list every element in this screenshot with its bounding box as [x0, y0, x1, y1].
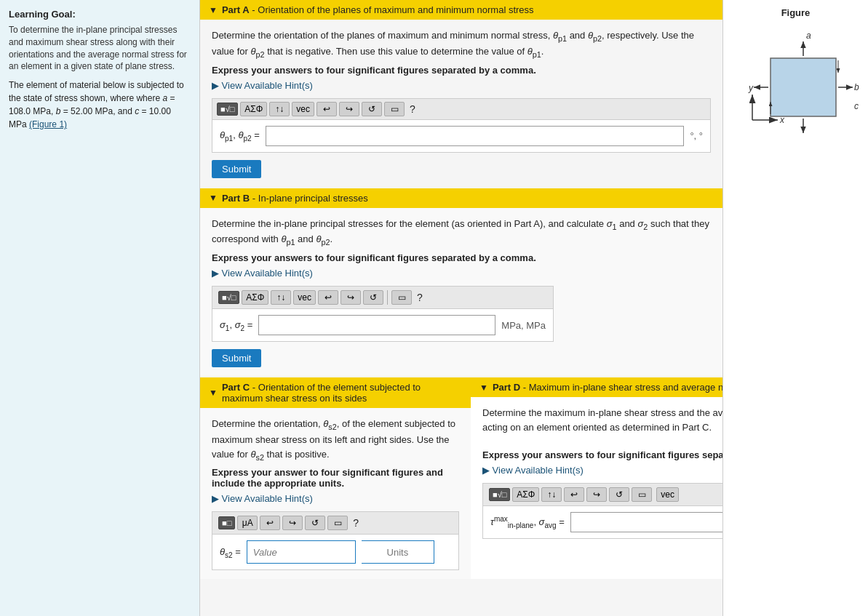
sidebar: Learning Goal: To determine the in-plane… — [0, 0, 200, 616]
toolbar-d-sigma[interactable]: ΑΣΦ — [512, 487, 539, 502]
toolbar-b-kbd[interactable]: ▭ — [391, 290, 412, 305]
part-a-header[interactable]: ▼ Part A - Orientation of the planes of … — [200, 0, 722, 20]
main-content: ▼ Part A - Orientation of the planes of … — [200, 0, 722, 616]
part-c-arrow: ▼ — [209, 388, 218, 398]
svg-rect-4 — [771, 58, 836, 116]
toolbar-a-sigma[interactable]: ΑΣΦ — [240, 102, 267, 116]
part-c-body: Determine the orientation, θs2, of the e… — [200, 408, 471, 579]
toolbar-b-sep — [387, 290, 388, 305]
part-d-hint[interactable]: ▶ View Available Hint(s) — [482, 465, 722, 476]
figure-title: Figure — [730, 7, 861, 18]
toolbar-b-arrows[interactable]: ↑↓ — [271, 290, 291, 305]
part-d-arrow: ▼ — [479, 383, 488, 393]
toolbar-d-reset[interactable]: ↺ — [609, 487, 629, 502]
part-a-input-area: θp1, θp2 = °, ° — [212, 119, 711, 153]
toolbar-c-mu[interactable]: μΑ — [237, 516, 258, 530]
part-a-submit[interactable]: Submit — [212, 160, 261, 178]
figure-link[interactable]: (Figure 1) — [29, 119, 67, 129]
toolbar-a-redo[interactable]: ↪ — [339, 102, 359, 116]
svg-text:b: b — [854, 82, 859, 92]
part-d-answer-input[interactable] — [570, 512, 722, 532]
part-b-header[interactable]: ▼ Part B - In-plane principal stresses — [200, 188, 722, 208]
toolbar-d-vec[interactable]: vec — [656, 487, 679, 502]
toolbar-b-sqrt[interactable]: ■√□ — [218, 291, 239, 304]
part-b-body: Determine the in-plane principal stresse… — [200, 208, 722, 377]
figure-panel: Figure x y b a — [722, 0, 868, 616]
toolbar-b-help[interactable]: ? — [417, 292, 423, 303]
toolbar-b-vec[interactable]: vec — [293, 290, 316, 305]
part-b-input-area: σ1, σ2 = MPa, MPa — [212, 308, 554, 342]
part-d-header-text: Part D - Maximum in-plane shear stress a… — [493, 382, 722, 393]
toolbar-a-arrows[interactable]: ↑↓ — [269, 102, 290, 116]
part-d-express: Express your answers to four significant… — [482, 449, 722, 460]
part-b-express: Express your answers to four significant… — [212, 252, 711, 263]
part-d-header[interactable]: ▼ Part D - Maximum in-plane shear stress… — [471, 377, 722, 397]
toolbar-d-redo[interactable]: ↪ — [586, 487, 607, 502]
part-b-input-label: σ1, σ2 = — [220, 319, 252, 332]
toolbar-d-sqrt[interactable]: ■√□ — [489, 488, 510, 501]
part-d-toolbar: ■√□ ΑΣΦ ↑↓ ↩ ↪ ↺ ▭ vec ? — [482, 483, 722, 505]
part-d-description: Determine the maximum in-plane shear str… — [482, 406, 722, 434]
part-c-input-label: θs2 = — [220, 546, 241, 559]
part-c-header-text: Part C - Orientation of the element subj… — [222, 382, 462, 404]
part-a-header-text: Part A - Orientation of the planes of ma… — [222, 4, 534, 15]
toolbar-b-reset[interactable]: ↺ — [363, 290, 383, 305]
part-a-toolbar: ■√□ ΑΣΦ ↑↓ vec ↩ ↪ ↺ ▭ ? — [212, 98, 711, 119]
toolbar-d-kbd[interactable]: ▭ — [632, 487, 652, 502]
part-c-value-input[interactable] — [247, 540, 356, 564]
given-values: The element of material below is subject… — [9, 79, 191, 131]
part-a-suffix: °, ° — [690, 130, 703, 141]
toolbar-a-vec[interactable]: vec — [292, 102, 314, 116]
part-a-answer-input[interactable] — [266, 126, 685, 146]
learning-goal-text: To determine the in-plane principal stre… — [9, 24, 191, 73]
toolbar-c-icon[interactable]: ■□ — [218, 516, 235, 529]
part-a-hint[interactable]: ▶ View Available Hint(s) — [212, 80, 711, 91]
part-c-header[interactable]: ▼ Part C - Orientation of the element su… — [200, 377, 471, 408]
part-a-body: Determine the orientation of the planes … — [200, 20, 722, 187]
part-b-description: Determine the in-plane principal stresse… — [212, 217, 711, 249]
part-c-description: Determine the orientation, θs2, of the e… — [212, 417, 459, 463]
parts-cd-row: ▼ Part C - Orientation of the element su… — [200, 377, 722, 579]
toolbar-b-sigma[interactable]: ΑΣΦ — [242, 290, 268, 305]
part-c-hint[interactable]: ▶ View Available Hint(s) — [212, 493, 459, 504]
part-b-submit[interactable]: Submit — [212, 349, 261, 367]
part-c-toolbar: ■□ μΑ ↩ ↪ ↺ ▭ ? — [212, 511, 459, 534]
toolbar-c-undo[interactable]: ↩ — [260, 516, 280, 530]
toolbar-a-reset[interactable]: ↺ — [362, 102, 382, 116]
toolbar-d-undo[interactable]: ↩ — [564, 487, 584, 502]
toolbar-b-redo[interactable]: ↪ — [341, 290, 361, 305]
part-a-arrow: ▼ — [209, 5, 218, 15]
figure-diagram: x y b a c — [730, 25, 861, 185]
part-a-input-label: θp1, θp2 = — [220, 129, 260, 143]
part-d-body: Determine the maximum in-plane shear str… — [471, 397, 722, 548]
toolbar-c-reset[interactable]: ↺ — [305, 516, 325, 530]
part-b-answer-input[interactable] — [258, 315, 495, 335]
toolbar-b-undo[interactable]: ↩ — [318, 290, 338, 305]
part-d-col: ▼ Part D - Maximum in-plane shear stress… — [471, 377, 722, 579]
part-d-desc: Maximum in-plane shear stress and averag… — [529, 382, 722, 393]
toolbar-c-help[interactable]: ? — [353, 517, 359, 529]
part-a-express: Express your answers to four significant… — [212, 65, 711, 76]
part-c-units-input[interactable] — [362, 540, 434, 564]
toolbar-a-kbd[interactable]: ▭ — [384, 102, 405, 116]
toolbar-a-help[interactable]: ? — [410, 103, 415, 115]
part-b-suffix: MPa, MPa — [501, 320, 546, 331]
part-b-desc: In-plane principal stresses — [258, 193, 368, 204]
part-a-section: ▼ Part A - Orientation of the planes of … — [200, 0, 722, 187]
part-b-hint[interactable]: ▶ View Available Hint(s) — [212, 268, 711, 279]
toolbar-a-undo[interactable]: ↩ — [316, 102, 337, 116]
part-a-desc: Orientation of the planes of maximum and… — [258, 4, 533, 15]
toolbar-c-kbd[interactable]: ▭ — [327, 516, 348, 530]
part-b-arrow: ▼ — [209, 193, 218, 203]
part-a-description: Determine the orientation of the planes … — [212, 28, 711, 60]
toolbar-d-arrows[interactable]: ↑↓ — [541, 487, 562, 502]
part-b-header-text: Part B - In-plane principal stresses — [222, 193, 368, 204]
svg-text:y: y — [748, 83, 754, 93]
part-d-input-area: τmaxin-plane, σavg = MPa, MPa — [482, 505, 722, 539]
svg-text:a: a — [806, 31, 811, 41]
toolbar-c-redo[interactable]: ↪ — [282, 516, 303, 530]
part-b-toolbar: ■√□ ΑΣΦ ↑↓ vec ↩ ↪ ↺ ▭ ? — [212, 286, 554, 308]
part-c-col: ▼ Part C - Orientation of the element su… — [200, 377, 471, 579]
toolbar-a-sqrt[interactable]: ■√□ — [217, 103, 238, 116]
part-b-section: ▼ Part B - In-plane principal stresses D… — [200, 188, 722, 377]
